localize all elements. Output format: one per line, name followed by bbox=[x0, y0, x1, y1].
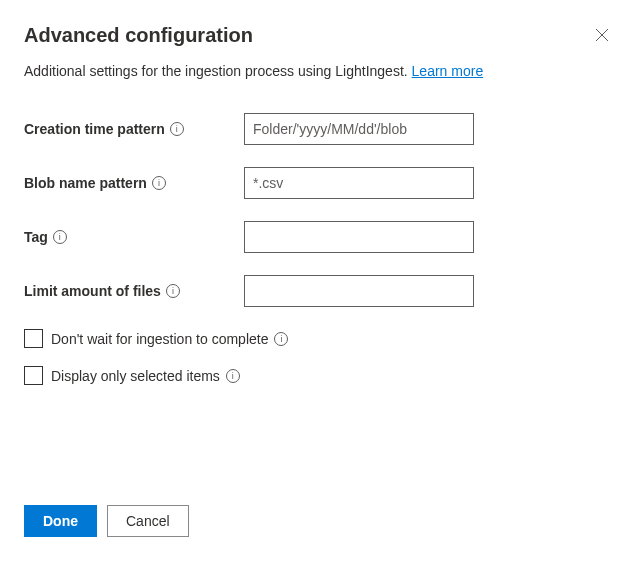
limit-files-input[interactable] bbox=[244, 275, 474, 307]
dont-wait-checkbox[interactable] bbox=[24, 329, 43, 348]
tag-label-text: Tag bbox=[24, 229, 48, 245]
close-button[interactable] bbox=[591, 24, 613, 49]
blob-name-label-text: Blob name pattern bbox=[24, 175, 147, 191]
info-icon[interactable]: i bbox=[274, 332, 288, 346]
blob-name-label: Blob name pattern i bbox=[24, 175, 244, 191]
subtitle-text: Additional settings for the ingestion pr… bbox=[24, 63, 412, 79]
limit-files-label-text: Limit amount of files bbox=[24, 283, 161, 299]
creation-time-input[interactable] bbox=[244, 113, 474, 145]
limit-files-label: Limit amount of files i bbox=[24, 283, 244, 299]
done-button[interactable]: Done bbox=[24, 505, 97, 537]
learn-more-link[interactable]: Learn more bbox=[412, 63, 484, 79]
dont-wait-label: Don't wait for ingestion to complete i bbox=[51, 331, 288, 347]
dialog-title: Advanced configuration bbox=[24, 24, 253, 47]
creation-time-label: Creation time pattern i bbox=[24, 121, 244, 137]
creation-time-label-text: Creation time pattern bbox=[24, 121, 165, 137]
info-icon[interactable]: i bbox=[170, 122, 184, 136]
display-only-label-text: Display only selected items bbox=[51, 368, 220, 384]
display-only-label: Display only selected items i bbox=[51, 368, 240, 384]
dont-wait-label-text: Don't wait for ingestion to complete bbox=[51, 331, 268, 347]
info-icon[interactable]: i bbox=[166, 284, 180, 298]
info-icon[interactable]: i bbox=[226, 369, 240, 383]
close-icon bbox=[595, 28, 609, 42]
display-only-checkbox[interactable] bbox=[24, 366, 43, 385]
cancel-button[interactable]: Cancel bbox=[107, 505, 189, 537]
info-icon[interactable]: i bbox=[152, 176, 166, 190]
tag-label: Tag i bbox=[24, 229, 244, 245]
info-icon[interactable]: i bbox=[53, 230, 67, 244]
tag-input[interactable] bbox=[244, 221, 474, 253]
dialog-subtitle: Additional settings for the ingestion pr… bbox=[24, 63, 613, 79]
blob-name-input[interactable] bbox=[244, 167, 474, 199]
